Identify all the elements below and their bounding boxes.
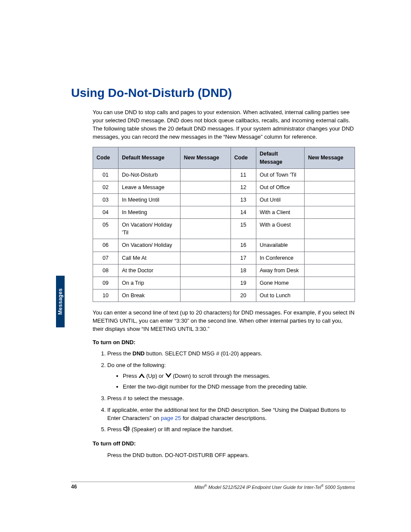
up-arrow-icon <box>139 372 145 380</box>
step-3: Press # to select the message. <box>107 395 355 403</box>
cell-newmsg <box>305 289 355 302</box>
step-1: Press the DND button. SELECT DND MSG # (… <box>107 350 355 358</box>
cell-code: 16 <box>230 239 256 252</box>
cell-default: Out Until <box>256 193 304 206</box>
cell-default: On a Trip <box>118 277 181 289</box>
step-4: If applicable, enter the additional text… <box>107 406 355 423</box>
cell-default: Do-Not-Disturb <box>118 168 181 181</box>
dnd-messages-table: Code Default Message New Message Code De… <box>93 147 355 302</box>
svg-marker-1 <box>165 373 171 378</box>
cell-default: On Vacation/ Holiday 'Til <box>118 219 181 239</box>
cell-default: Gone Home <box>256 277 304 289</box>
step-5: Press (Speaker) or lift and replace the … <box>107 426 355 434</box>
cell-code: 08 <box>93 264 118 277</box>
cell-default: Out of Office <box>256 181 304 193</box>
cell-newmsg <box>305 252 355 264</box>
table-row: 06On Vacation/ Holiday16Unavailable <box>93 239 355 252</box>
table-row: 02Leave a Message12Out of Office <box>93 181 355 193</box>
cell-default: Out of Town 'Til <box>256 168 304 181</box>
turn-off-heading: To turn off DND: <box>93 440 355 448</box>
cell-newmsg <box>180 181 230 193</box>
cell-code: 06 <box>93 239 118 252</box>
cell-default: Leave a Message <box>118 181 181 193</box>
speaker-icon <box>123 426 130 434</box>
cell-code: 04 <box>93 206 118 219</box>
cell-code: 19 <box>230 277 256 289</box>
cell-default: On Vacation/ Holiday <box>118 239 181 252</box>
turn-on-steps: Press the DND button. SELECT DND MSG # (… <box>100 350 355 434</box>
cell-newmsg <box>180 239 230 252</box>
cell-default: On Break <box>118 289 181 302</box>
th-default: Default Message <box>118 147 181 168</box>
table-row: 10On Break20Out to Lunch <box>93 289 355 302</box>
table-row: 03In Meeting Until13Out Until <box>93 193 355 206</box>
cell-default: In Conference <box>256 252 304 264</box>
cell-newmsg <box>180 206 230 219</box>
cell-newmsg <box>180 289 230 302</box>
th-new: New Message <box>305 147 355 168</box>
th-default: Default Message <box>256 147 304 168</box>
page-title: Using Do-Not-Disturb (DND) <box>71 86 355 100</box>
page-number: 46 <box>71 484 77 490</box>
cell-newmsg <box>305 264 355 277</box>
cell-code: 18 <box>230 264 256 277</box>
cell-code: 10 <box>93 289 118 302</box>
svg-marker-0 <box>139 373 145 378</box>
cell-default: With a Client <box>256 206 304 219</box>
cell-code: 09 <box>93 277 118 289</box>
cell-default: With a Guest <box>256 219 304 239</box>
cell-newmsg <box>305 193 355 206</box>
cell-code: 01 <box>93 168 118 181</box>
step-2: Do one of the following: Press (Up) or (… <box>107 361 355 391</box>
table-row: 08At the Doctor18Away from Desk <box>93 264 355 277</box>
cell-code: 15 <box>230 219 256 239</box>
turn-off-body: Press the DND button. DO-NOT-DISTURB OFF… <box>107 451 355 460</box>
intro-paragraph: You can use DND to stop calls and pages … <box>93 109 355 141</box>
cell-code: 07 <box>93 252 118 264</box>
cell-code: 11 <box>230 168 256 181</box>
cell-code: 13 <box>230 193 256 206</box>
cell-default: Call Me At <box>118 252 181 264</box>
cell-code: 03 <box>93 193 118 206</box>
second-line-paragraph: You can enter a second line of text (up … <box>93 309 355 333</box>
cell-newmsg <box>305 239 355 252</box>
th-code: Code <box>93 147 118 168</box>
cell-newmsg <box>180 277 230 289</box>
option-scroll: Press (Up) or (Down) to scroll through t… <box>123 372 355 380</box>
cell-newmsg <box>305 206 355 219</box>
table-row: 04In Meeting14With a Client <box>93 206 355 219</box>
cell-newmsg <box>305 219 355 239</box>
cell-newmsg <box>180 252 230 264</box>
cell-newmsg <box>180 219 230 239</box>
cell-default: Away from Desk <box>256 264 304 277</box>
cell-default: In Meeting Until <box>118 193 181 206</box>
step-2-options: Press (Up) or (Down) to scroll through t… <box>117 372 355 391</box>
table-row: 07Call Me At17In Conference <box>93 252 355 264</box>
cell-newmsg <box>180 193 230 206</box>
cell-code: 20 <box>230 289 256 302</box>
table-row: 09On a Trip19Gone Home <box>93 277 355 289</box>
cell-code: 17 <box>230 252 256 264</box>
th-code: Code <box>230 147 256 168</box>
cell-default: In Meeting <box>118 206 181 219</box>
footer-text: Mitel® Model 5212/5224 IP Endpoint User … <box>194 484 355 490</box>
cell-default: Unavailable <box>256 239 304 252</box>
cell-code: 14 <box>230 206 256 219</box>
cell-newmsg <box>305 168 355 181</box>
cell-default: At the Doctor <box>118 264 181 277</box>
cell-code: 05 <box>93 219 118 239</box>
cell-newmsg <box>180 264 230 277</box>
cell-newmsg <box>305 277 355 289</box>
down-arrow-icon <box>165 372 171 380</box>
cell-newmsg <box>305 181 355 193</box>
page-25-link[interactable]: page 25 <box>161 415 181 421</box>
cell-code: 12 <box>230 181 256 193</box>
cell-newmsg <box>180 168 230 181</box>
page-footer: 46 Mitel® Model 5212/5224 IP Endpoint Us… <box>71 482 355 490</box>
table-row: 01Do-Not-Disturb11Out of Town 'Til <box>93 168 355 181</box>
th-new: New Message <box>180 147 230 168</box>
cell-code: 02 <box>93 181 118 193</box>
table-row: 05On Vacation/ Holiday 'Til15With a Gues… <box>93 219 355 239</box>
cell-default: Out to Lunch <box>256 289 304 302</box>
option-enter-number: Enter the two-digit number for the DND m… <box>123 383 355 391</box>
